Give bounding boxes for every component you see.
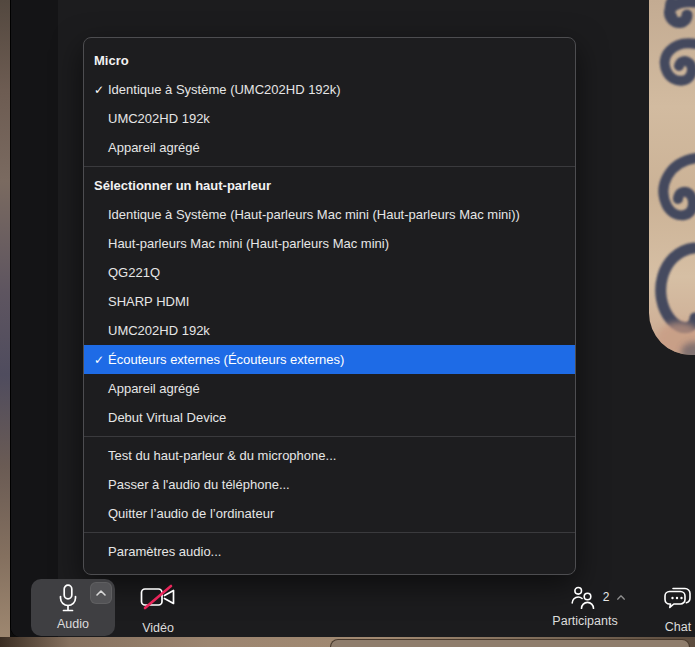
menu-item[interactable]: ✓Identique à Système (UMC202HD 192k) — [84, 75, 575, 104]
chevron-up-icon[interactable] — [616, 594, 626, 601]
menu-item-label: Haut-parleurs Mac mini (Haut-parleurs Ma… — [108, 236, 389, 251]
tattoo-artwork — [649, 0, 695, 355]
audio-button-label: Audio — [31, 617, 115, 631]
menu-item-label: Appareil agrégé — [108, 381, 200, 396]
desktop-background-left — [0, 0, 10, 647]
menu-item-label: Passer à l'audio du téléphone... — [108, 477, 290, 492]
audio-options-chevron-button[interactable] — [90, 582, 112, 604]
participants-button-label: Participants — [529, 614, 641, 628]
participants-icon — [570, 585, 596, 609]
video-camera-off-icon — [140, 584, 176, 610]
menu-item[interactable]: Paramètres audio... — [84, 537, 575, 566]
menu-item[interactable]: Identique à Système (Haut-parleurs Mac m… — [84, 200, 575, 229]
menu-item-label: Test du haut-parleur & du microphone... — [108, 448, 336, 463]
menu-item[interactable]: Haut-parleurs Mac mini (Haut-parleurs Ma… — [84, 229, 575, 258]
participants-button[interactable]: 2 Participants — [529, 585, 641, 628]
participants-count: 2 — [603, 590, 610, 604]
menu-item[interactable]: SHARP HDMI — [84, 287, 575, 316]
menu-item[interactable]: UMC202HD 192k — [84, 316, 575, 345]
menu-item[interactable]: Passer à l'audio du téléphone... — [84, 470, 575, 499]
chevron-up-icon — [95, 589, 107, 597]
chat-button[interactable]: Chat — [648, 584, 695, 634]
menu-item-label: Paramètres audio... — [108, 544, 221, 559]
chat-button-label: Chat — [648, 620, 695, 634]
menu-item-label: SHARP HDMI — [108, 294, 189, 309]
menu-item-label: QG221Q — [108, 265, 160, 280]
video-button-label: Vidéo — [129, 621, 187, 635]
menu-item[interactable]: UMC202HD 192k — [84, 104, 575, 133]
checkmark-icon: ✓ — [94, 83, 108, 97]
microphone-icon — [57, 584, 79, 614]
audio-device-menu: Micro✓Identique à Système (UMC202HD 192k… — [83, 37, 576, 575]
menu-item-label: Identique à Système (Haut-parleurs Mac m… — [108, 207, 520, 222]
video-button[interactable]: Vidéo — [129, 584, 187, 635]
menu-item[interactable]: Debut Virtual Device — [84, 403, 575, 432]
menu-divider — [84, 166, 575, 167]
background-window-edge — [330, 639, 690, 647]
menu-section-header: Micro — [84, 46, 575, 75]
video-area-edge — [11, 0, 58, 637]
menu-item[interactable]: Quitter l’audio de l’ordinateur — [84, 499, 575, 528]
menu-divider — [84, 532, 575, 533]
zoom-window: Micro✓Identique à Système (UMC202HD 192k… — [10, 0, 695, 637]
menu-item-label: Quitter l’audio de l’ordinateur — [108, 506, 274, 521]
menu-item[interactable]: ✓Écouteurs externes (Écouteurs externes) — [84, 345, 575, 374]
menu-item[interactable]: Appareil agrégé — [84, 133, 575, 162]
menu-item-label: Appareil agrégé — [108, 140, 200, 155]
chat-bubble-icon — [663, 584, 693, 612]
zoom-meeting-screenshot: Micro✓Identique à Système (UMC202HD 192k… — [0, 0, 695, 647]
menu-item-label: UMC202HD 192k — [108, 111, 210, 126]
menu-item-label: Debut Virtual Device — [108, 410, 226, 425]
participant-video-tile — [649, 0, 695, 355]
menu-item-label: UMC202HD 192k — [108, 323, 210, 338]
menu-item[interactable]: Test du haut-parleur & du microphone... — [84, 441, 575, 470]
menu-section-header: Sélectionner un haut-parleur — [84, 171, 575, 200]
menu-divider — [84, 436, 575, 437]
audio-button[interactable]: Audio — [31, 579, 115, 636]
desktop-background-bottom — [0, 637, 695, 647]
menu-item[interactable]: Appareil agrégé — [84, 374, 575, 403]
menu-item[interactable]: QG221Q — [84, 258, 575, 287]
menu-item-label: Écouteurs externes (Écouteurs externes) — [108, 352, 344, 367]
menu-item-label: Identique à Système (UMC202HD 192k) — [108, 82, 341, 97]
checkmark-icon: ✓ — [94, 353, 108, 367]
